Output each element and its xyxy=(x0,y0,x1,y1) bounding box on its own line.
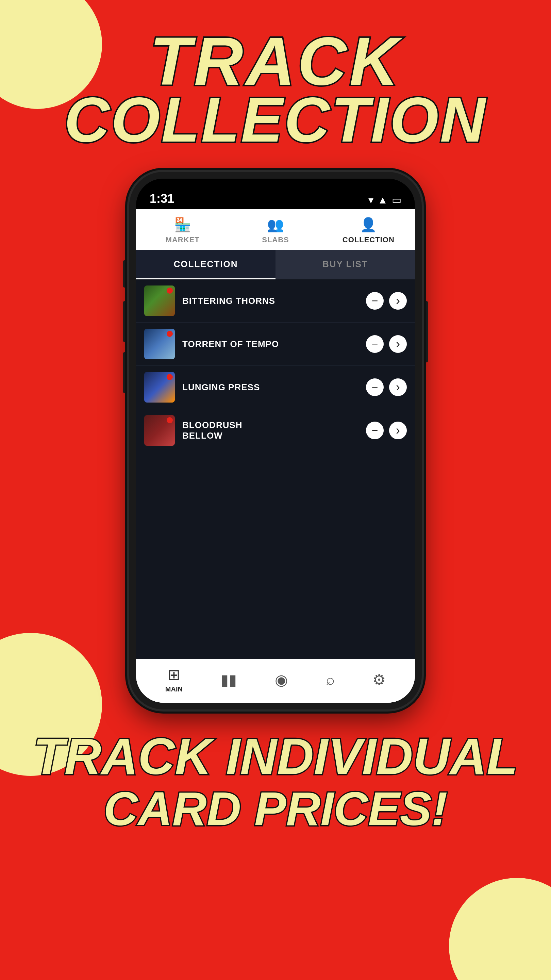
tab-slabs[interactable]: 👥 SLABS xyxy=(229,209,322,250)
phone-mockup: 1:31 ▾ ▲ ▭ 🏪 MARKET xyxy=(129,172,422,710)
card-list: BITTERING THORNS TORRENT OF TEMPO xyxy=(136,279,415,659)
card-name-1: BITTERING THORNS xyxy=(182,296,359,306)
bottom-nav-main[interactable]: ⊞ MAIN xyxy=(165,666,183,693)
card-red-dot-1 xyxy=(167,288,173,294)
card-minus-button-3[interactable] xyxy=(366,379,384,396)
phone-button-left-mid xyxy=(123,301,128,342)
status-icons: ▾ ▲ ▭ xyxy=(368,194,401,206)
footer-line1: TRACK INDIVIDUAL xyxy=(33,730,518,784)
phone-button-right xyxy=(423,301,428,363)
bottom-nav-search[interactable]: ⌕ xyxy=(326,671,335,688)
sub-tab-collection[interactable]: COLLECTION xyxy=(136,250,275,279)
card-actions-1 xyxy=(366,292,407,310)
tab-market[interactable]: 🏪 MARKET xyxy=(136,209,229,250)
footer-text: TRACK INDIVIDUAL CARD PRICES! xyxy=(13,730,538,834)
list-item: BITTERING THORNS xyxy=(136,279,415,323)
card-arrow-button-2[interactable] xyxy=(389,335,407,353)
list-item: TORRENT OF TEMPO xyxy=(136,323,415,366)
list-item: BLOODRUSHBELLOW xyxy=(136,409,415,452)
card-red-dot-4 xyxy=(167,417,173,423)
card-thumbnail-4 xyxy=(144,415,175,446)
card-thumbnail-1 xyxy=(144,285,175,316)
eye-icon: ◉ xyxy=(275,671,288,688)
sub-tabs: COLLECTION BUY LIST xyxy=(136,250,415,279)
collection-icon: 👤 xyxy=(360,217,377,233)
card-minus-button-1[interactable] xyxy=(366,292,384,310)
card-name-2: TORRENT OF TEMPO xyxy=(182,339,359,350)
card-name-3: LUNGING PRESS xyxy=(182,382,359,393)
market-icon: 🏪 xyxy=(174,217,191,233)
top-nav: 🏪 MARKET 👥 SLABS 👤 COLLECTION xyxy=(136,209,415,250)
settings-icon: ⚙ xyxy=(372,671,386,688)
card-arrow-button-3[interactable] xyxy=(389,379,407,396)
card-minus-button-4[interactable] xyxy=(366,422,384,439)
sub-tab-buylist[interactable]: BUY LIST xyxy=(275,250,415,279)
bottom-nav-settings[interactable]: ⚙ xyxy=(372,671,386,688)
card-minus-button-2[interactable] xyxy=(366,335,384,353)
tab-collection[interactable]: 👤 COLLECTION xyxy=(322,209,415,250)
card-actions-4 xyxy=(366,422,407,439)
app-content: 🏪 MARKET 👥 SLABS 👤 COLLECTION xyxy=(136,209,415,703)
phone-button-left-bot xyxy=(123,352,128,393)
main-label: MAIN xyxy=(165,685,183,693)
tab-slabs-label: SLABS xyxy=(262,235,289,244)
card-red-dot-3 xyxy=(167,374,173,380)
search-icon: ⌕ xyxy=(326,671,335,688)
bottom-nav-cards[interactable]: ▮▮ xyxy=(221,671,237,688)
signal-icon: ▲ xyxy=(378,194,388,206)
status-time: 1:31 xyxy=(150,192,174,206)
card-arrow-button-1[interactable] xyxy=(389,292,407,310)
footer-line2: CARD PRICES! xyxy=(33,784,518,834)
card-red-dot-2 xyxy=(167,331,173,337)
header-collection: COLLECTION xyxy=(64,89,487,151)
wifi-icon: ▾ xyxy=(368,194,373,206)
list-item: LUNGING PRESS xyxy=(136,366,415,409)
card-actions-2 xyxy=(366,335,407,353)
bottom-nav: ⊞ MAIN ▮▮ ◉ ⌕ ⚙ xyxy=(136,659,415,703)
tab-market-label: MARKET xyxy=(166,235,200,244)
battery-icon: ▭ xyxy=(392,194,401,206)
slabs-icon: 👥 xyxy=(267,217,284,233)
phone-button-left-top xyxy=(123,260,128,288)
page-content: TRACK COLLECTION 1:31 ▾ ▲ ▭ xyxy=(0,0,551,980)
cards-icon: ▮▮ xyxy=(221,671,237,688)
tab-collection-label: COLLECTION xyxy=(343,235,395,244)
card-arrow-button-4[interactable] xyxy=(389,422,407,439)
card-name-4: BLOODRUSHBELLOW xyxy=(182,420,359,441)
main-icon: ⊞ xyxy=(168,666,180,683)
bottom-nav-eye[interactable]: ◉ xyxy=(275,671,288,688)
card-actions-3 xyxy=(366,379,407,396)
card-thumbnail-2 xyxy=(144,329,175,360)
card-thumbnail-3 xyxy=(144,372,175,402)
phone-notch xyxy=(241,179,310,196)
phone-outer: 1:31 ▾ ▲ ▭ 🏪 MARKET xyxy=(129,172,422,710)
phone-screen: 1:31 ▾ ▲ ▭ 🏪 MARKET xyxy=(136,179,415,703)
